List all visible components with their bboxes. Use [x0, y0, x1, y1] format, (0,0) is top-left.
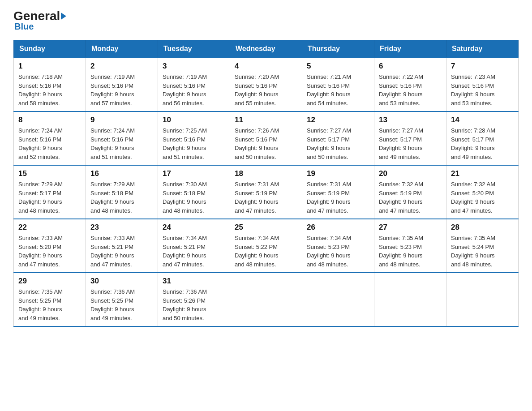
day-info: Sunrise: 7:22 AMSunset: 5:16 PMDaylight:…	[379, 73, 442, 107]
day-info: Sunrise: 7:28 AMSunset: 5:17 PMDaylight:…	[451, 126, 514, 161]
day-info: Sunrise: 7:29 AMSunset: 5:18 PMDaylight:…	[90, 180, 153, 215]
day-number: 25	[235, 223, 297, 232]
calendar-cell: 23Sunrise: 7:33 AMSunset: 5:21 PMDayligh…	[86, 219, 158, 273]
calendar-table: SundayMondayTuesdayWednesdayThursdayFrid…	[13, 40, 519, 327]
column-header-friday: Friday	[374, 40, 446, 58]
column-header-wednesday: Wednesday	[230, 40, 302, 58]
day-number: 19	[307, 169, 369, 178]
day-info: Sunrise: 7:34 AMSunset: 5:22 PMDaylight:…	[235, 234, 297, 269]
calendar-cell	[302, 273, 374, 326]
calendar-cell: 15Sunrise: 7:29 AMSunset: 5:17 PMDayligh…	[14, 165, 86, 219]
day-info: Sunrise: 7:32 AMSunset: 5:19 PMDaylight:…	[379, 180, 442, 215]
column-header-sunday: Sunday	[14, 40, 86, 58]
day-number: 6	[379, 62, 442, 71]
day-number: 8	[18, 116, 81, 124]
page-header: General Blue	[13, 9, 519, 32]
day-info: Sunrise: 7:35 AMSunset: 5:25 PMDaylight:…	[18, 287, 81, 322]
column-header-tuesday: Tuesday	[158, 40, 230, 58]
day-number: 18	[235, 169, 297, 178]
logo-triangle-icon	[61, 13, 66, 20]
day-number: 4	[235, 62, 297, 71]
column-header-thursday: Thursday	[302, 40, 374, 58]
calendar-cell: 16Sunrise: 7:29 AMSunset: 5:18 PMDayligh…	[86, 165, 158, 219]
calendar-cell: 5Sunrise: 7:21 AMSunset: 5:16 PMDaylight…	[302, 58, 374, 111]
day-info: Sunrise: 7:31 AMSunset: 5:19 PMDaylight:…	[307, 180, 369, 215]
day-info: Sunrise: 7:19 AMSunset: 5:16 PMDaylight:…	[90, 73, 153, 107]
calendar-cell: 27Sunrise: 7:35 AMSunset: 5:23 PMDayligh…	[374, 219, 446, 273]
day-info: Sunrise: 7:29 AMSunset: 5:17 PMDaylight:…	[18, 180, 81, 215]
calendar-week-5: 29Sunrise: 7:35 AMSunset: 5:25 PMDayligh…	[14, 273, 519, 326]
day-number: 24	[163, 223, 225, 232]
column-header-saturday: Saturday	[446, 40, 519, 58]
day-number: 3	[163, 62, 225, 71]
calendar-cell: 4Sunrise: 7:20 AMSunset: 5:16 PMDaylight…	[230, 58, 302, 111]
calendar-cell: 14Sunrise: 7:28 AMSunset: 5:17 PMDayligh…	[446, 111, 519, 165]
day-info: Sunrise: 7:33 AMSunset: 5:21 PMDaylight:…	[90, 234, 153, 269]
logo: General Blue	[13, 9, 67, 32]
calendar-cell	[374, 273, 446, 326]
calendar-cell: 9Sunrise: 7:24 AMSunset: 5:16 PMDaylight…	[86, 111, 158, 165]
day-number: 31	[163, 277, 225, 286]
day-info: Sunrise: 7:31 AMSunset: 5:19 PMDaylight:…	[235, 180, 297, 215]
day-number: 22	[18, 223, 81, 232]
calendar-week-1: 1Sunrise: 7:18 AMSunset: 5:16 PMDaylight…	[14, 58, 519, 111]
day-number: 23	[90, 223, 153, 232]
calendar-cell: 7Sunrise: 7:23 AMSunset: 5:16 PMDaylight…	[446, 58, 519, 111]
calendar-cell	[230, 273, 302, 326]
day-number: 2	[90, 62, 153, 71]
day-info: Sunrise: 7:36 AMSunset: 5:25 PMDaylight:…	[90, 287, 153, 322]
day-number: 9	[90, 116, 153, 124]
day-info: Sunrise: 7:35 AMSunset: 5:23 PMDaylight:…	[379, 234, 442, 269]
calendar-cell: 6Sunrise: 7:22 AMSunset: 5:16 PMDaylight…	[374, 58, 446, 111]
calendar-cell: 25Sunrise: 7:34 AMSunset: 5:22 PMDayligh…	[230, 219, 302, 273]
day-info: Sunrise: 7:18 AMSunset: 5:16 PMDaylight:…	[18, 73, 81, 107]
day-number: 5	[307, 62, 369, 71]
calendar-week-2: 8Sunrise: 7:24 AMSunset: 5:16 PMDaylight…	[14, 111, 519, 165]
calendar-cell: 28Sunrise: 7:35 AMSunset: 5:24 PMDayligh…	[446, 219, 519, 273]
calendar-cell: 17Sunrise: 7:30 AMSunset: 5:18 PMDayligh…	[158, 165, 230, 219]
day-info: Sunrise: 7:23 AMSunset: 5:16 PMDaylight:…	[451, 73, 514, 107]
day-info: Sunrise: 7:27 AMSunset: 5:17 PMDaylight:…	[307, 126, 369, 161]
day-number: 28	[451, 223, 514, 232]
day-info: Sunrise: 7:34 AMSunset: 5:23 PMDaylight:…	[307, 234, 369, 269]
day-number: 26	[307, 223, 369, 232]
day-info: Sunrise: 7:35 AMSunset: 5:24 PMDaylight:…	[451, 234, 514, 269]
calendar-cell: 18Sunrise: 7:31 AMSunset: 5:19 PMDayligh…	[230, 165, 302, 219]
calendar-week-3: 15Sunrise: 7:29 AMSunset: 5:17 PMDayligh…	[14, 165, 519, 219]
day-info: Sunrise: 7:25 AMSunset: 5:16 PMDaylight:…	[163, 126, 225, 161]
column-header-monday: Monday	[86, 40, 158, 58]
calendar-cell: 31Sunrise: 7:36 AMSunset: 5:26 PMDayligh…	[158, 273, 230, 326]
day-number: 17	[163, 169, 225, 178]
day-number: 7	[451, 62, 514, 71]
day-info: Sunrise: 7:20 AMSunset: 5:16 PMDaylight:…	[235, 73, 297, 107]
day-info: Sunrise: 7:33 AMSunset: 5:20 PMDaylight:…	[18, 234, 81, 269]
day-info: Sunrise: 7:36 AMSunset: 5:26 PMDaylight:…	[163, 287, 225, 322]
day-info: Sunrise: 7:32 AMSunset: 5:20 PMDaylight:…	[451, 180, 514, 215]
day-number: 12	[307, 116, 369, 124]
calendar-cell: 13Sunrise: 7:27 AMSunset: 5:17 PMDayligh…	[374, 111, 446, 165]
calendar-cell: 30Sunrise: 7:36 AMSunset: 5:25 PMDayligh…	[86, 273, 158, 326]
day-number: 1	[18, 62, 81, 71]
day-number: 16	[90, 169, 153, 178]
day-info: Sunrise: 7:24 AMSunset: 5:16 PMDaylight:…	[90, 126, 153, 161]
calendar-cell: 2Sunrise: 7:19 AMSunset: 5:16 PMDaylight…	[86, 58, 158, 111]
day-number: 30	[90, 277, 153, 286]
day-info: Sunrise: 7:24 AMSunset: 5:16 PMDaylight:…	[18, 126, 81, 161]
calendar-header-row: SundayMondayTuesdayWednesdayThursdayFrid…	[14, 40, 519, 58]
day-number: 10	[163, 116, 225, 124]
calendar-cell: 19Sunrise: 7:31 AMSunset: 5:19 PMDayligh…	[302, 165, 374, 219]
day-number: 14	[451, 116, 514, 124]
calendar-cell: 10Sunrise: 7:25 AMSunset: 5:16 PMDayligh…	[158, 111, 230, 165]
calendar-cell: 24Sunrise: 7:34 AMSunset: 5:21 PMDayligh…	[158, 219, 230, 273]
day-number: 20	[379, 169, 442, 178]
calendar-cell: 20Sunrise: 7:32 AMSunset: 5:19 PMDayligh…	[374, 165, 446, 219]
calendar-cell: 8Sunrise: 7:24 AMSunset: 5:16 PMDaylight…	[14, 111, 86, 165]
calendar-cell	[446, 273, 519, 326]
logo-blue: Blue	[14, 21, 34, 32]
day-info: Sunrise: 7:27 AMSunset: 5:17 PMDaylight:…	[379, 126, 442, 161]
day-info: Sunrise: 7:21 AMSunset: 5:16 PMDaylight:…	[307, 73, 369, 107]
day-info: Sunrise: 7:34 AMSunset: 5:21 PMDaylight:…	[163, 234, 225, 269]
day-number: 21	[451, 169, 514, 178]
calendar-cell: 22Sunrise: 7:33 AMSunset: 5:20 PMDayligh…	[14, 219, 86, 273]
day-number: 13	[379, 116, 442, 124]
